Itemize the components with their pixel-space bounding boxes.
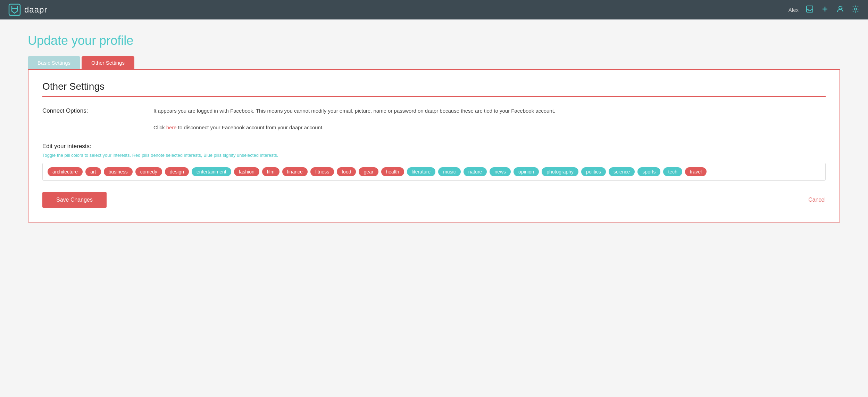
disconnect-link[interactable]: here — [166, 124, 177, 130]
logo-icon — [8, 3, 21, 16]
interest-pill-architecture[interactable]: architecture — [48, 167, 83, 176]
add-icon[interactable] — [821, 5, 829, 15]
interest-pill-travel[interactable]: travel — [685, 167, 707, 176]
connect-options-content: It appears you are logged in with Facebo… — [153, 107, 555, 132]
interest-pill-literature[interactable]: literature — [407, 167, 435, 176]
connect-options-suffix: to disconnect your Facebook account from… — [177, 124, 324, 130]
interest-pill-science[interactable]: science — [609, 167, 635, 176]
interest-pill-tech[interactable]: tech — [663, 167, 682, 176]
interest-pill-politics[interactable]: politics — [581, 167, 606, 176]
settings-heading: Other Settings — [42, 81, 826, 92]
interest-pill-sports[interactable]: sports — [637, 167, 660, 176]
page-title: Update your profile — [28, 33, 840, 48]
navbar: daapr Alex — [0, 0, 868, 19]
connect-options-label: Connect Options: — [42, 107, 153, 114]
interest-pill-film[interactable]: film — [262, 167, 279, 176]
settings-panel: Other Settings Connect Options: It appea… — [28, 69, 840, 222]
cancel-button[interactable]: Cancel — [808, 197, 826, 203]
profile-icon[interactable] — [836, 5, 844, 15]
tab-other-settings[interactable]: Other Settings — [82, 56, 134, 69]
connect-options-prefix: Click — [153, 124, 166, 130]
navbar-right: Alex — [788, 5, 860, 15]
interest-pill-fashion[interactable]: fashion — [234, 167, 259, 176]
brand-name: daapr — [24, 5, 47, 15]
tabs-bar: Basic Settings Other Settings — [28, 56, 840, 69]
interest-pill-fitness[interactable]: fitness — [310, 167, 334, 176]
interest-pill-health[interactable]: health — [381, 167, 404, 176]
interest-pill-photography[interactable]: photography — [542, 167, 578, 176]
connect-options-text2: Click here to disconnect your Facebook a… — [153, 123, 555, 132]
interests-hint: Toggle the pill colors to select your in… — [42, 153, 826, 158]
interest-pill-finance[interactable]: finance — [282, 167, 308, 176]
interest-pill-news[interactable]: news — [490, 167, 511, 176]
actions-row: Save Changes Cancel — [42, 192, 826, 208]
interest-pill-comedy[interactable]: comedy — [135, 167, 162, 176]
interest-pill-art[interactable]: art — [85, 167, 101, 176]
settings-divider — [42, 96, 826, 97]
interest-pill-design[interactable]: design — [165, 167, 189, 176]
interests-label: Edit your interests: — [42, 143, 826, 150]
svg-rect-2 — [807, 6, 813, 12]
username-label: Alex — [788, 7, 799, 13]
inbox-icon[interactable] — [806, 5, 814, 15]
save-changes-button[interactable]: Save Changes — [42, 192, 107, 208]
interest-pill-food[interactable]: food — [337, 167, 356, 176]
interests-section: Edit your interests: Toggle the pill col… — [42, 143, 826, 181]
interest-pill-opinion[interactable]: opinion — [514, 167, 539, 176]
connect-options-text1: It appears you are logged in with Facebo… — [153, 107, 555, 115]
interest-pill-music[interactable]: music — [438, 167, 461, 176]
interest-pill-business[interactable]: business — [104, 167, 133, 176]
settings-icon[interactable] — [851, 5, 860, 15]
svg-point-5 — [839, 6, 842, 9]
interest-pill-entertainment[interactable]: entertainment — [192, 167, 231, 176]
tab-basic-settings[interactable]: Basic Settings — [28, 56, 80, 69]
svg-point-9 — [854, 8, 857, 10]
brand: daapr — [8, 3, 47, 16]
interest-pill-gear[interactable]: gear — [359, 167, 378, 176]
interest-pill-nature[interactable]: nature — [464, 167, 487, 176]
page-content: Update your profile Basic Settings Other… — [0, 19, 868, 236]
connect-options-row: Connect Options: It appears you are logg… — [42, 107, 826, 132]
interests-container: architectureartbusinesscomedydesignenter… — [42, 163, 826, 181]
